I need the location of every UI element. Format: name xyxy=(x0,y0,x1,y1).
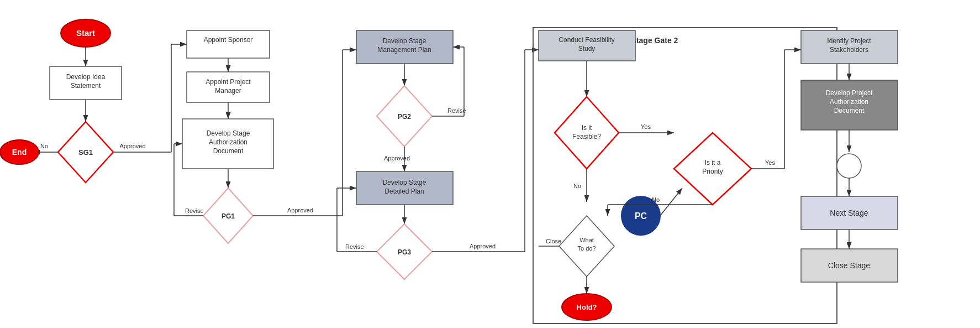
end-label: End xyxy=(12,148,27,157)
svg-text:Approved: Approved xyxy=(384,155,410,162)
svg-text:Stakeholders: Stakeholders xyxy=(830,46,868,54)
develop-sdp-label: Develop Stage xyxy=(383,179,426,186)
is-feasible-label: Is it xyxy=(582,124,592,132)
svg-text:Yes: Yes xyxy=(765,159,775,166)
svg-text:Authorization: Authorization xyxy=(209,138,247,146)
svg-text:Approved: Approved xyxy=(119,143,145,149)
svg-text:Revise: Revise xyxy=(185,207,204,214)
pg2-label: PG2 xyxy=(398,113,411,121)
hold-label: Hold? xyxy=(577,303,597,311)
svg-text:Authorization: Authorization xyxy=(830,98,868,106)
svg-text:Yes: Yes xyxy=(641,123,651,130)
svg-text:Approved: Approved xyxy=(470,243,496,249)
what-todo-label: What xyxy=(579,237,594,243)
svg-text:Approved: Approved xyxy=(287,207,313,214)
close-label: Close xyxy=(546,238,561,244)
svg-text:Detailed Plan: Detailed Plan xyxy=(384,188,424,195)
develop-pad-label: Develop Project xyxy=(826,89,873,97)
appoint-sponsor-label: Appoint Sponsor xyxy=(204,36,253,44)
svg-text:No: No xyxy=(40,143,48,149)
is-priority-label: Is it a xyxy=(705,159,721,166)
develop-sad-label: Develop Stage xyxy=(207,129,250,137)
svg-text:Feasible?: Feasible? xyxy=(572,133,601,140)
svg-text:No: No xyxy=(573,183,581,189)
svg-text:Management Plan: Management Plan xyxy=(377,46,431,54)
svg-text:Revise: Revise xyxy=(447,107,466,114)
svg-text:To do?: To do? xyxy=(577,245,596,252)
close-stage-label: Close Stage xyxy=(828,261,870,270)
svg-point-89 xyxy=(837,154,861,178)
pc-label: PC xyxy=(635,211,647,221)
appoint-pm-label: Appoint Project xyxy=(206,78,251,86)
sg1-label: SG1 xyxy=(78,148,93,157)
svg-text:Document: Document xyxy=(213,147,244,155)
svg-text:No: No xyxy=(652,196,660,203)
start-label: Start xyxy=(76,28,95,38)
svg-text:Document: Document xyxy=(834,107,865,114)
develop-smp-label: Develop Stage xyxy=(383,37,426,45)
develop-idea-label: Develop Idea xyxy=(66,73,106,81)
pg1-label: PG1 xyxy=(222,212,235,220)
svg-text:Revise: Revise xyxy=(345,243,364,250)
svg-text:Statement: Statement xyxy=(71,82,101,90)
conduct-fs-label: Conduct Feasibility xyxy=(559,36,614,44)
svg-text:Study: Study xyxy=(578,45,596,53)
svg-text:Manager: Manager xyxy=(215,87,241,95)
svg-line-67 xyxy=(660,188,682,216)
pg3-label: PG3 xyxy=(398,248,411,256)
svg-rect-15 xyxy=(187,30,270,58)
flowchart-container: Start Develop Idea Statement SG1 No End … xyxy=(0,0,980,328)
flowchart-svg: Start Develop Idea Statement SG1 No End … xyxy=(0,0,980,328)
svg-text:Priority: Priority xyxy=(702,168,723,175)
stage-gate-2-label: Stage Gate 2 xyxy=(631,36,678,45)
next-stage-label: Next Stage xyxy=(830,209,868,217)
identify-stakeholders-label: Identify Project xyxy=(827,37,871,45)
